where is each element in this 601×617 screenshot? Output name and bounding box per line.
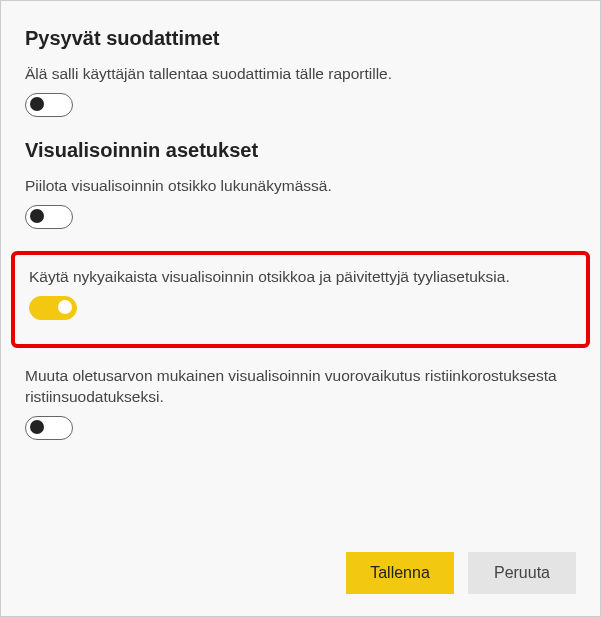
toggle-knob <box>58 300 72 314</box>
dialog-footer: Tallenna Peruuta <box>346 552 576 594</box>
section-title-visual-settings: Visualisoinnin asetukset <box>25 139 576 162</box>
toggle-hide-visual-header[interactable] <box>25 205 73 229</box>
setting-label-hide-visual-header: Piilota visualisoinnin otsikko lukunäkym… <box>25 176 576 197</box>
cancel-button[interactable]: Peruuta <box>468 552 576 594</box>
setting-label-modern-visual-header: Käytä nykyaikaista visualisoinnin otsikk… <box>29 267 572 288</box>
toggle-knob <box>30 97 44 111</box>
setting-label-cross-filter-default: Muuta oletusarvon mukainen visualisoinni… <box>25 366 576 408</box>
toggle-knob <box>30 420 44 434</box>
settings-panel: Pysyvät suodattimet Älä salli käyttäjän … <box>1 1 600 440</box>
section-title-persistent-filters: Pysyvät suodattimet <box>25 27 576 50</box>
toggle-disallow-save-filters[interactable] <box>25 93 73 117</box>
toggle-knob <box>30 209 44 223</box>
toggle-modern-visual-header[interactable] <box>29 296 77 320</box>
highlighted-setting: Käytä nykyaikaista visualisoinnin otsikk… <box>11 251 590 348</box>
toggle-cross-filter-default[interactable] <box>25 416 73 440</box>
setting-label-disallow-save-filters: Älä salli käyttäjän tallentaa suodattimi… <box>25 64 576 85</box>
save-button[interactable]: Tallenna <box>346 552 454 594</box>
